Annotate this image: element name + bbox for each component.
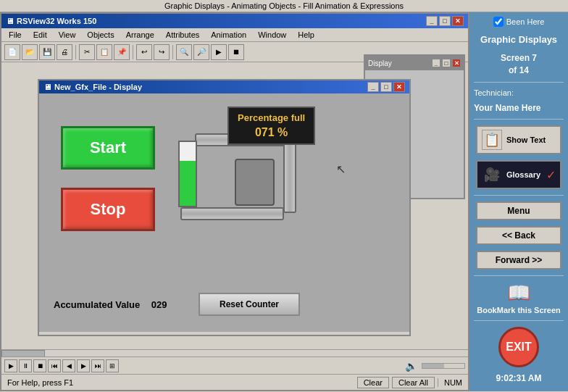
bookmark-section[interactable]: 📖 BookMark this Screen: [477, 282, 561, 314]
display-titlebar: 🖥 New_Gfx_File - Display _ □ ✕: [39, 80, 409, 93]
volume-slider[interactable]: [422, 363, 465, 369]
toolbar-sep-3: [172, 45, 173, 59]
toolbar-sep-1: [75, 45, 76, 59]
menu-attributes[interactable]: Attributes: [162, 30, 204, 40]
bg-close-btn[interactable]: ✕: [452, 59, 461, 67]
menu-objects[interactable]: Objects: [83, 30, 118, 40]
glossary-button[interactable]: 🎥 Glossary ✓: [476, 160, 561, 189]
display-window: 🖥 New_Gfx_File - Display _ □ ✕ Start Sto…: [38, 79, 411, 336]
toolbar-btn-redo[interactable]: ↪: [154, 44, 170, 60]
toolbar-btn-paste[interactable]: 📌: [114, 44, 130, 60]
menu-arrange[interactable]: Arrange: [122, 30, 159, 40]
back-button[interactable]: << Back: [476, 226, 561, 245]
toolbar-btn-zoom-in[interactable]: 🔍: [176, 44, 192, 60]
pause-button[interactable]: ⏸: [19, 359, 32, 372]
show-text-button[interactable]: 📋 Show Text: [476, 125, 561, 154]
start-button[interactable]: Start: [61, 126, 155, 170]
menu-animation[interactable]: Animation: [206, 30, 251, 40]
help-text: For Help, press F1: [1, 378, 357, 387]
toolbar-btn-cut[interactable]: ✂: [79, 44, 95, 60]
next-button[interactable]: ⏭: [91, 359, 104, 372]
been-here-label: Been Here: [506, 17, 545, 26]
reset-counter-label: Reset Counter: [220, 299, 279, 309]
glossary-label: Glossary: [506, 170, 540, 179]
sidebar-divider-5: [474, 320, 564, 321]
sidebar-subtitle: Screen 7of 14: [501, 52, 537, 77]
toolbar-btn-print[interactable]: 🖨: [57, 44, 72, 60]
pipe-vertical-right: [283, 133, 296, 213]
sidebar-time: 9:02:31 AM: [496, 373, 542, 383]
app-title-bar: Graphic Displays - Animating Objects - F…: [0, 0, 568, 12]
clear-button[interactable]: Clear: [357, 377, 389, 388]
bg-win-controls: _ □ ✕: [432, 59, 461, 67]
exit-button[interactable]: EXIT: [498, 327, 539, 367]
toolbar-sep-2: [133, 45, 133, 59]
display-title: New_Gfx_File - Display: [54, 83, 142, 91]
reset-counter-button[interactable]: Reset Counter: [199, 293, 300, 316]
minimize-button[interactable]: _: [426, 16, 438, 26]
forward-button[interactable]: Forward >>: [476, 251, 561, 270]
menu-window[interactable]: Window: [254, 30, 291, 40]
toolbar-btn-save[interactable]: 💾: [39, 44, 55, 60]
technician-name: Your Name Here: [474, 103, 564, 113]
display-minimize-btn[interactable]: _: [367, 82, 379, 92]
app-title: Graphic Displays - Animating Objects - F…: [164, 1, 404, 10]
toolbar-btn-zoom-out[interactable]: 🔎: [193, 44, 209, 60]
mouse-cursor: ↖: [336, 162, 346, 176]
display-maximize-btn[interactable]: □: [380, 82, 392, 92]
close-button[interactable]: ✕: [452, 16, 464, 26]
stop-button[interactable]: Stop: [61, 188, 155, 231]
bookmark-label: BookMark this Screen: [477, 306, 561, 314]
accum-value-label: Accumulated Value 029: [54, 299, 167, 310]
play-button[interactable]: ▶: [4, 359, 17, 372]
percentage-display: Percentage full 071 %: [227, 107, 315, 145]
technician-label: Technician:: [474, 88, 564, 97]
step-back-button[interactable]: ◀: [62, 359, 75, 372]
toolbar-btn-run[interactable]: ▶: [211, 44, 227, 60]
display-icon: 🖥: [43, 83, 51, 91]
num-indicator: NUM: [438, 378, 468, 387]
sidebar-divider-1: [474, 82, 564, 83]
sidebar-divider-3: [474, 195, 564, 196]
menu-view[interactable]: View: [54, 30, 80, 40]
back-label: << Back: [502, 230, 535, 241]
menu-edit[interactable]: Edit: [29, 30, 51, 40]
bottom-toolbar: ▶ ⏸ ⏹ ⏮ ◀ ▶ ⏭ ⊞ 🔈: [1, 356, 468, 374]
toolbar-btn-new[interactable]: 📄: [4, 44, 20, 60]
menu-nav-label: Menu: [507, 206, 530, 216]
clear-all-button[interactable]: Clear All: [392, 377, 435, 388]
step-fwd-button[interactable]: ▶: [77, 359, 90, 372]
maximize-button[interactable]: □: [439, 16, 451, 26]
glossary-check-icon: ✓: [546, 168, 556, 182]
volume-level: [422, 364, 444, 368]
toolbar-btn-open[interactable]: 📂: [22, 44, 38, 60]
stop-transport-button[interactable]: ⏹: [33, 359, 46, 372]
menu-bar: File Edit View Objects Arrange Attribute…: [1, 28, 468, 42]
title-left: 🖥 RSView32 Works 150: [6, 17, 96, 25]
sidebar-title: Graphic Displays: [480, 34, 557, 46]
toolbar-btn-copy[interactable]: 📋: [96, 44, 112, 60]
menu-help[interactable]: Help: [293, 30, 319, 40]
been-here-checkbox[interactable]: [493, 17, 504, 27]
rsview-title: RSView32 Works 150: [17, 17, 96, 25]
rsview-titlebar: 🖥 RSView32 Works 150 _ □ ✕: [1, 14, 468, 28]
layout-button[interactable]: ⊞: [106, 359, 119, 372]
volume-icon: 🔈: [405, 360, 417, 372]
menu-file[interactable]: File: [4, 30, 26, 40]
toolbar-btn-stop[interactable]: ⏹: [228, 44, 244, 60]
glossary-icon: 🎥: [482, 164, 502, 185]
canvas-area: Start Stop Accumulated Value 029: [39, 93, 409, 332]
toolbar-btn-undo[interactable]: ↩: [136, 44, 152, 60]
sidebar: Been Here Graphic Displays Screen 7of 14…: [469, 12, 568, 391]
show-text-icon: 📋: [482, 130, 502, 150]
bg-maximize-btn[interactable]: □: [442, 59, 451, 67]
exit-label: EXIT: [506, 341, 532, 354]
status-bar: For Help, press F1 Clear Clear All NUM: [1, 374, 468, 390]
bg-minimize-btn[interactable]: _: [432, 59, 440, 67]
display-close-btn[interactable]: ✕: [393, 82, 405, 92]
menu-nav-button[interactable]: Menu: [476, 201, 561, 220]
been-here-section: Been Here: [493, 17, 545, 27]
show-text-label: Show Text: [506, 135, 546, 144]
prev-button[interactable]: ⏮: [48, 359, 61, 372]
bg-window-titlebar: Display _ □ ✕: [365, 56, 464, 70]
